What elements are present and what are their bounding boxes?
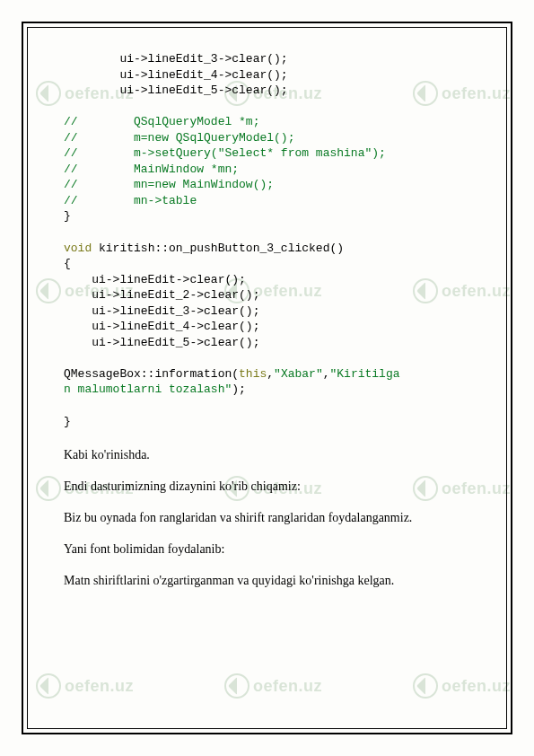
paragraph: Biz bu oynada fon ranglaridan va shirift… bbox=[64, 508, 481, 527]
code-line: ui->lineEdit_4->clear(); bbox=[64, 320, 259, 333]
paragraph: Matn shiriftlarini o'zgartirganman va qu… bbox=[64, 571, 481, 590]
code-line: ui->lineEdit_5->clear(); bbox=[64, 84, 288, 97]
code-comment: // mn=new MainWindow(); bbox=[64, 178, 274, 191]
code-this: this bbox=[239, 367, 267, 381]
code-comment: // m=new QSqlQueryModel(); bbox=[64, 131, 294, 145]
code-line: ui->lineEdit_3->clear(); bbox=[64, 52, 288, 66]
code-line: } bbox=[64, 209, 71, 223]
paragraph: Yani font bolimidan foydalanib: bbox=[64, 540, 481, 558]
code-comment: // mn->table bbox=[64, 194, 197, 207]
code-line: , bbox=[323, 367, 330, 381]
code-line: , bbox=[267, 367, 274, 381]
code-line: { bbox=[64, 257, 71, 270]
code-string: "Xabar" bbox=[274, 367, 323, 381]
page-frame-inner: ui->lineEdit_3->clear(); ui->lineEdit_4-… bbox=[27, 27, 507, 729]
code-line: kiritish::on_pushButton_3_clicked() bbox=[92, 242, 344, 255]
paragraph: Endi dasturimizning dizaynini ko'rib chi… bbox=[64, 477, 481, 496]
code-comment: // MainWindow *mn; bbox=[64, 163, 239, 176]
body-text: Kabi ko'rinishda. Endi dasturimizning di… bbox=[64, 445, 481, 590]
code-line: } bbox=[64, 415, 71, 428]
code-string: "Kiritilga bbox=[330, 367, 400, 381]
code-string: n malumotlarni tozalash" bbox=[64, 382, 232, 396]
code-line: ui->lineEdit_2->clear(); bbox=[64, 288, 259, 302]
code-block: ui->lineEdit_3->clear(); ui->lineEdit_4-… bbox=[64, 51, 481, 429]
code-line: QMessageBox::information( bbox=[64, 367, 239, 381]
code-line: ui->lineEdit->clear(); bbox=[64, 273, 246, 286]
paragraph: Kabi ko'rinishda. bbox=[64, 445, 481, 464]
code-line: ui->lineEdit_5->clear(); bbox=[64, 336, 259, 349]
code-comment: // m->setQuery("Select* from mashina"); bbox=[64, 146, 386, 160]
code-keyword: void bbox=[64, 242, 92, 255]
code-line: ui->lineEdit_4->clear(); bbox=[64, 68, 288, 82]
code-line: ); bbox=[232, 382, 246, 396]
code-comment: // QSqlQueryModel *m; bbox=[64, 115, 259, 128]
code-line: ui->lineEdit_3->clear(); bbox=[64, 304, 259, 318]
